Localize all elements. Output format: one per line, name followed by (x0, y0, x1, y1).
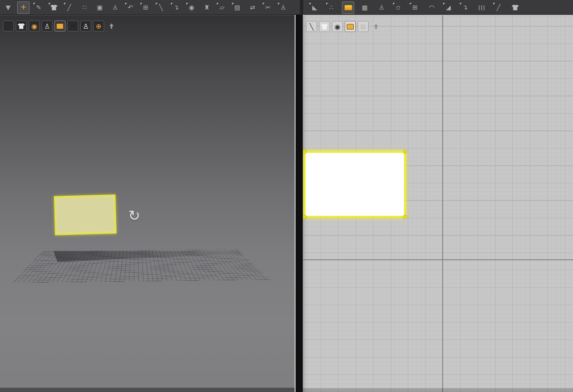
show-garment-tool[interactable] (16, 21, 27, 32)
target-point-tool[interactable]: ◉ (185, 1, 198, 14)
vertical-axis-line (442, 15, 443, 392)
show-grid-icon: ⊞ (361, 23, 366, 30)
main-toolbar: ▼+✎╱∷▣♙↶⊞╲↴◉♜▱▤⇄✂♙ ◣∴▩♙▫⊞◠◢↴|||╱ (0, 0, 573, 15)
needle-tool[interactable]: ╲ (155, 1, 167, 14)
avatar-icon: ♙ (112, 4, 118, 11)
show-fabric-icon (347, 24, 354, 30)
pin-garment-tool[interactable] (48, 1, 60, 14)
info-circle-icon: ◉ (334, 23, 340, 30)
pleats-tool-icon: ||| (478, 5, 485, 10)
steam-tool-tool[interactable] (106, 21, 117, 32)
scissors-tool[interactable]: ✂ (262, 1, 274, 14)
pattern-piece-3d[interactable] (54, 194, 117, 235)
pen-tool-tool[interactable]: ✎ (32, 1, 45, 14)
show-mannequin-icon: ♙ (83, 23, 89, 30)
show-avatar-tool[interactable]: ♙ (42, 21, 53, 32)
trace-pen-icon: ╱ (497, 4, 500, 11)
walk-avatar-tool[interactable]: ♙ (277, 1, 289, 14)
undo-arrange-tool[interactable]: ↶ (124, 1, 137, 14)
rectangle-tool-icon (344, 5, 352, 11)
corner-point[interactable] (403, 215, 407, 219)
garment-tool[interactable] (509, 1, 521, 14)
fabric-shelf-icon: ▤ (234, 4, 240, 11)
transform-pattern-tool[interactable]: ◣ (308, 1, 321, 14)
corner-point[interactable] (403, 150, 407, 154)
edit-pen-icon: ╲ (309, 23, 313, 30)
show-globe-icon: ⊕ (96, 23, 102, 30)
show-cap-tool[interactable]: ◠ (3, 21, 14, 32)
corner-point[interactable] (303, 150, 307, 154)
sewing-pen-icon: ╱ (67, 4, 71, 11)
show-fabric-tool[interactable] (54, 21, 65, 32)
flat-iron-icon: ▱ (220, 4, 224, 11)
show-flag-tool[interactable]: ⚑ (67, 21, 78, 32)
show-garment-tool[interactable] (319, 21, 330, 32)
toolbar-divider (300, 0, 303, 15)
edit-points-tool[interactable]: ∴ (325, 1, 338, 14)
viewport-3d-display-toolbar: ◠◉♙⚑♙⊕ (3, 21, 117, 32)
arrangement-tool[interactable]: ∷ (78, 1, 91, 14)
flat-iron-tool[interactable]: ▱ (216, 1, 228, 14)
select-move-tool[interactable]: + (17, 1, 30, 14)
fold-arrange-tool[interactable]: ↴ (170, 1, 182, 14)
curve-tool-tool[interactable]: ◠ (425, 1, 438, 14)
dart-tool-tool[interactable]: ◢ (442, 1, 455, 14)
show-hardware-icon: ◉ (31, 23, 37, 30)
horizontal-axis-line (303, 259, 573, 260)
fold-tool-tool[interactable]: ↴ (459, 1, 471, 14)
fold-tool-icon: ↴ (463, 4, 468, 11)
pleats-tool-tool[interactable]: ||| (476, 1, 488, 14)
pattern-frame-icon: ▩ (362, 4, 368, 11)
rectangle-tool-tool[interactable] (342, 1, 354, 14)
pattern-frame-tool[interactable]: ▩ (359, 1, 371, 14)
rotate-cursor-icon: ↻ (126, 208, 142, 224)
target-point-icon: ◉ (189, 4, 194, 11)
show-flag-icon: ⚑ (70, 23, 76, 30)
figure-tool[interactable]: ♙ (375, 1, 388, 14)
select-move-icon: + (21, 4, 27, 11)
show-mannequin-tool[interactable]: ♙ (80, 21, 91, 32)
viewport-2d-bottom-shade (303, 388, 573, 392)
viewport-2d[interactable]: ╲◉⊞ (303, 15, 573, 392)
sewing-pen-tool[interactable]: ╱ (63, 1, 75, 14)
show-hardware-tool[interactable]: ◉ (29, 21, 40, 32)
viewport-2d-display-toolbar: ╲◉⊞ (306, 21, 382, 32)
dress-form-icon: ♜ (204, 4, 210, 11)
show-grid-tool[interactable]: ⊞ (358, 21, 369, 32)
internal-grid-tool[interactable]: ⊞ (409, 1, 421, 14)
edit-pen-tool[interactable]: ╲ (306, 21, 317, 32)
figure-icon: ♙ (379, 4, 384, 11)
viewport-3d[interactable]: ↻ ◠◉♙⚑♙⊕ (0, 15, 295, 392)
show-garment-icon (321, 24, 328, 30)
pattern-piece-2d[interactable] (304, 151, 405, 217)
avatar-tool[interactable]: ♙ (109, 1, 121, 14)
scissors-icon: ✂ (265, 4, 271, 11)
garment-icon (512, 5, 519, 11)
show-garment-icon (18, 23, 25, 29)
toolbar-3d-group: ▼+✎╱∷▣♙↶⊞╲↴◉♜▱▤⇄✂♙ (2, 0, 289, 15)
select-pattern-tool[interactable]: ▣ (94, 1, 106, 14)
trace-pen-tool[interactable]: ╱ (492, 1, 505, 14)
dashed-box-tool[interactable]: ▫ (392, 1, 404, 14)
show-globe-tool[interactable]: ⊕ (93, 21, 104, 32)
info-circle-tool[interactable]: ◉ (332, 21, 343, 32)
dashed-box-icon: ▫ (396, 4, 401, 11)
corner-point[interactable] (303, 215, 307, 219)
dress-form-tool[interactable]: ♜ (201, 1, 213, 14)
internal-grid-icon: ⊞ (413, 4, 418, 11)
simulate-tool[interactable]: ▼ (2, 1, 14, 14)
edit-points-icon: ∴ (329, 4, 333, 11)
steam-tool-icon (373, 24, 379, 29)
transform-pattern-icon: ◣ (312, 4, 317, 11)
swap-direction-tool[interactable]: ⇄ (246, 1, 259, 14)
pen-tool-icon: ✎ (36, 4, 42, 11)
curve-tool-icon: ◠ (429, 4, 434, 11)
panel-divider[interactable] (296, 15, 303, 392)
fabric-shelf-tool[interactable]: ▤ (231, 1, 244, 14)
grid-arrange-tool[interactable]: ⊞ (139, 1, 152, 14)
swap-direction-icon: ⇄ (250, 4, 255, 11)
show-fabric-tool[interactable] (345, 21, 356, 32)
simulate-icon: ▼ (6, 4, 11, 11)
steam-tool-tool[interactable] (371, 21, 382, 32)
undo-arrange-icon: ↶ (128, 4, 133, 11)
